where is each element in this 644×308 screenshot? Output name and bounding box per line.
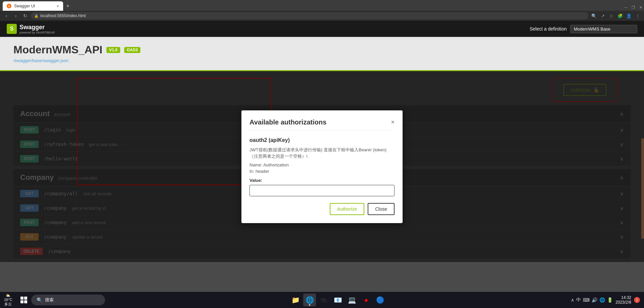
- tab-bar: S Swagger UI ✕ + ─ ❐ ✕: [0, 0, 644, 11]
- swagger-logo-sub: powered by SMARTBEAR: [19, 31, 55, 34]
- tray-icons: ∧ 中 ⌨ 🔊 🌐 🔋: [571, 297, 613, 303]
- notification-badge[interactable]: 1: [634, 297, 640, 303]
- menu-icon[interactable]: ⋮: [634, 12, 641, 19]
- search-text: 搜索: [45, 297, 54, 303]
- taskbar-app-store[interactable]: 🛍: [317, 294, 330, 306]
- close-window-button[interactable]: ✕: [637, 4, 644, 11]
- api-title-row: ModernWMS_API V1.0 OAS3: [13, 44, 631, 56]
- api-title: ModernWMS_API: [13, 44, 102, 56]
- modal-authorize-button[interactable]: Authorize: [330, 203, 364, 215]
- definition-selector: Select a definition ModernWMS Base: [530, 25, 637, 33]
- taskbar-app-terminal[interactable]: 💻: [346, 294, 358, 306]
- window-controls: ─ ❐ ✕: [623, 4, 644, 11]
- oauth2-name: Name: Authorization: [249, 162, 395, 167]
- mail-icon: 📧: [334, 296, 342, 304]
- taskbar-app-circle[interactable]: 🔵: [374, 294, 386, 306]
- taskbar-app-browser[interactable]: 🌐: [303, 294, 316, 306]
- forward-button[interactable]: ›: [12, 12, 19, 19]
- tray-battery-icon[interactable]: 🔋: [607, 297, 613, 303]
- zoom-icon[interactable]: 🔍: [590, 12, 598, 19]
- tray-keyboard-icon[interactable]: ⌨: [583, 297, 590, 303]
- new-tab-button[interactable]: +: [63, 1, 73, 11]
- auth-modal: Available authorizations × oauth2 (apiKe…: [241, 110, 403, 223]
- ssl-lock-icon: 🔒: [34, 14, 38, 18]
- clock-date: 2023/2/8: [615, 300, 631, 305]
- taskbar-app-mail[interactable]: 📧: [331, 294, 344, 306]
- taskbar-search[interactable]: 🔍 搜索: [31, 295, 105, 305]
- app-active-dot: [309, 304, 310, 306]
- modal-header: Available authorizations ×: [249, 118, 395, 131]
- refresh-button[interactable]: ↻: [21, 12, 29, 19]
- taskbar-app-red[interactable]: ●: [360, 294, 372, 306]
- value-label: Value:: [249, 178, 395, 183]
- files-icon: 📁: [291, 296, 300, 304]
- main-content: ModernWMS_API V1.0 OAS3 /swagger/base/sw…: [0, 37, 644, 308]
- swagger-logo-text-container: Swagger powered by SMARTBEAR: [19, 24, 55, 34]
- nav-bar: ‹ › ↻ 🔒 localhost:5555/index.html 🔍 ↗ ☆ …: [0, 11, 644, 21]
- weather-desc: 多云: [4, 302, 12, 307]
- swagger-topbar: S Swagger powered by SMARTBEAR Select a …: [0, 21, 644, 37]
- api-header: ModernWMS_API V1.0 OAS3 /swagger/base/sw…: [0, 37, 644, 71]
- modal-actions: Authorize Close: [249, 203, 395, 215]
- maximize-button[interactable]: ❐: [630, 4, 637, 11]
- swagger-logo-text: Swagger: [19, 24, 55, 31]
- value-input[interactable]: [249, 185, 395, 196]
- address-bar[interactable]: 🔒 localhost:5555/index.html: [31, 12, 588, 19]
- tray-network-icon[interactable]: 🌐: [599, 297, 605, 303]
- modal-close-action-button[interactable]: Close: [368, 203, 395, 215]
- modal-close-button[interactable]: ×: [391, 119, 395, 125]
- taskbar-system-tray: ∧ 中 ⌨ 🔊 🌐 🔋 14:32 2023/2/8 1: [571, 295, 640, 305]
- oauth2-description: JWT授权(数据通过请求头中进行传输) 直接在下框中输入Bearer (toke…: [249, 147, 395, 160]
- tab-favicon: S: [7, 4, 11, 8]
- tab-close-button[interactable]: ✕: [56, 4, 59, 8]
- modal-body: oauth2 (apiKey) JWT授权(数据通过请求头中进行传输) 直接在下…: [249, 137, 395, 215]
- tray-lang-icon[interactable]: 中: [576, 297, 581, 303]
- clock-time: 14:32: [621, 295, 631, 300]
- share-icon[interactable]: ↗: [599, 12, 606, 19]
- modal-title: Available authorizations: [249, 118, 326, 126]
- weather-icon: ⛅: [6, 293, 10, 298]
- back-button[interactable]: ‹: [3, 12, 10, 19]
- taskbar-clock[interactable]: 14:32 2023/2/8: [615, 295, 631, 305]
- swagger-logo-icon: S: [7, 24, 17, 34]
- red-app-icon: ●: [364, 296, 368, 304]
- bookmark-icon[interactable]: ☆: [608, 12, 615, 19]
- api-link[interactable]: /swagger/base/swagger.json: [13, 58, 68, 63]
- store-icon: 🛍: [320, 296, 327, 304]
- tray-up-icon[interactable]: ∧: [571, 297, 574, 303]
- browser-icon: 🌐: [306, 296, 314, 304]
- taskbar-app-files[interactable]: 📁: [289, 294, 302, 306]
- taskbar: ⛅ 16°C 多云 🔍 搜索 📁 🌐 🛍 📧 💻 ●: [0, 292, 644, 308]
- definition-select[interactable]: ModernWMS Base: [570, 25, 637, 33]
- circle-app-icon: 🔵: [376, 296, 384, 304]
- profile-icon[interactable]: 👤: [625, 12, 633, 19]
- oas-badge: OAS3: [124, 47, 141, 53]
- taskbar-weather: ⛅ 16°C 多云: [4, 293, 12, 307]
- modal-overlay: Available authorizations × oauth2 (apiKe…: [0, 71, 644, 262]
- url-text: localhost:5555/index.html: [40, 13, 86, 18]
- tray-speaker-icon[interactable]: 🔊: [592, 297, 597, 303]
- windows-icon: [20, 297, 27, 303]
- tab-label: Swagger UI: [14, 4, 35, 8]
- weather-temp: 16°C: [4, 298, 12, 302]
- oauth2-section-title: oauth2 (apiKey): [249, 137, 395, 143]
- search-icon: 🔍: [37, 297, 42, 303]
- swagger-logo: S Swagger powered by SMARTBEAR: [7, 24, 55, 34]
- minimize-button[interactable]: ─: [623, 4, 629, 11]
- browser-chrome: S Swagger UI ✕ + ─ ❐ ✕ ‹ › ↻ 🔒 localhost…: [0, 0, 644, 21]
- extensions-icon[interactable]: 🧩: [616, 12, 624, 19]
- content-wrapper: Authorize 🔓 Account account ∧ POST /logi…: [0, 71, 644, 262]
- terminal-icon: 💻: [348, 296, 356, 304]
- active-tab[interactable]: S Swagger UI ✕: [3, 1, 63, 11]
- start-button[interactable]: [18, 294, 30, 306]
- version-badge: V1.0: [106, 47, 120, 53]
- oauth2-in: In: header: [249, 169, 395, 174]
- nav-actions: 🔍 ↗ ☆ 🧩 👤 ⋮: [590, 12, 641, 19]
- definition-label: Select a definition: [530, 26, 567, 32]
- taskbar-center-apps: 📁 🌐 🛍 📧 💻 ● 🔵: [106, 294, 570, 306]
